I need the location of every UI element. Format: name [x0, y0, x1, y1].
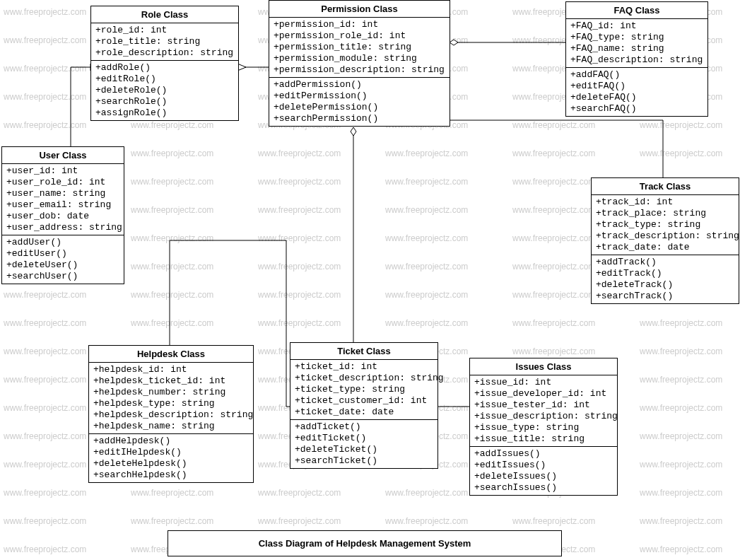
- class-helpdesk-title: Helpdesk Class: [89, 346, 253, 363]
- watermark-text: www.freeprojectz.com: [512, 516, 595, 526]
- watermark-text: www.freeprojectz.com: [385, 262, 468, 272]
- watermark-text: www.freeprojectz.com: [131, 148, 213, 158]
- class-user-title: User Class: [2, 147, 124, 164]
- watermark-text: www.freeprojectz.com: [385, 318, 468, 328]
- class-ticket-attrs: +ticket_id: int +ticket_description: str…: [290, 360, 437, 420]
- class-faq-methods: +addFAQ() +editFAQ() +deleteFAQ() +searc…: [566, 68, 707, 116]
- class-helpdesk-methods: +addHelpdesk() +editIHelpdesk() +deleteH…: [89, 434, 253, 482]
- watermark-text: www.freeprojectz.com: [512, 290, 595, 300]
- class-faq-title: FAQ Class: [566, 2, 707, 19]
- class-permission-title: Permission Class: [269, 1, 450, 18]
- watermark-text: www.freeprojectz.com: [4, 544, 86, 554]
- class-track: Track Class +track_id: int +track_place:…: [591, 177, 739, 304]
- watermark-text: www.freeprojectz.com: [640, 375, 722, 385]
- watermark-text: www.freeprojectz.com: [4, 516, 86, 526]
- class-role-title: Role Class: [91, 6, 238, 23]
- watermark-text: www.freeprojectz.com: [4, 318, 86, 328]
- watermark-text: www.freeprojectz.com: [4, 120, 86, 130]
- watermark-text: www.freeprojectz.com: [131, 205, 213, 215]
- watermark-text: www.freeprojectz.com: [131, 318, 213, 328]
- watermark-text: www.freeprojectz.com: [640, 460, 722, 469]
- watermark-text: www.freeprojectz.com: [640, 346, 722, 356]
- class-issues: Issues Class +issue_id: int +issue_devel…: [469, 358, 618, 496]
- watermark-text: www.freeprojectz.com: [4, 431, 86, 441]
- watermark-text: www.freeprojectz.com: [258, 205, 341, 215]
- watermark-text: www.freeprojectz.com: [385, 290, 468, 300]
- class-issues-methods: +addIssues() +editIssues() +deleteIssues…: [470, 447, 617, 495]
- watermark-text: www.freeprojectz.com: [4, 35, 86, 45]
- class-permission-methods: +addPermission() +editPermission() +dele…: [269, 78, 450, 126]
- class-helpdesk: Helpdesk Class +helpdesk_id: int +helpde…: [88, 345, 254, 483]
- class-permission-attrs: +permission_id: int +permission_role_id:…: [269, 18, 450, 78]
- watermark-text: www.freeprojectz.com: [131, 488, 213, 498]
- class-issues-attrs: +issue_id: int +issue_developer_id: int …: [470, 375, 617, 447]
- watermark-text: www.freeprojectz.com: [4, 346, 86, 356]
- class-user-methods: +addUser() +editUser() +deleteUser() +se…: [2, 235, 124, 284]
- watermark-text: www.freeprojectz.com: [512, 262, 595, 272]
- watermark-text: www.freeprojectz.com: [131, 516, 213, 526]
- watermark-text: www.freeprojectz.com: [258, 177, 341, 187]
- watermark-text: www.freeprojectz.com: [4, 64, 86, 74]
- diagram-title: Class Diagram of Helpdesk Management Sys…: [168, 530, 562, 556]
- watermark-text: www.freeprojectz.com: [640, 488, 722, 498]
- watermark-text: www.freeprojectz.com: [131, 262, 213, 272]
- watermark-text: www.freeprojectz.com: [640, 120, 722, 130]
- watermark-text: www.freeprojectz.com: [258, 488, 341, 498]
- watermark-text: www.freeprojectz.com: [385, 177, 468, 187]
- watermark-text: www.freeprojectz.com: [4, 7, 86, 17]
- class-helpdesk-attrs: +helpdesk_id: int +helpdesk_ticket_id: i…: [89, 363, 253, 434]
- watermark-text: www.freeprojectz.com: [640, 516, 722, 526]
- watermark-text: www.freeprojectz.com: [4, 488, 86, 498]
- watermark-text: www.freeprojectz.com: [385, 148, 468, 158]
- watermark-text: www.freeprojectz.com: [385, 516, 468, 526]
- watermark-text: www.freeprojectz.com: [258, 233, 341, 243]
- watermark-text: www.freeprojectz.com: [512, 318, 595, 328]
- watermark-text: www.freeprojectz.com: [385, 488, 468, 498]
- watermark-text: www.freeprojectz.com: [258, 318, 341, 328]
- class-role-methods: +addRole() +editRole() +deleteRole() +se…: [91, 61, 238, 120]
- watermark-text: www.freeprojectz.com: [4, 290, 86, 300]
- watermark-text: www.freeprojectz.com: [512, 148, 595, 158]
- watermark-text: www.freeprojectz.com: [512, 346, 595, 356]
- watermark-text: www.freeprojectz.com: [4, 403, 86, 413]
- watermark-text: www.freeprojectz.com: [512, 205, 595, 215]
- watermark-text: www.freeprojectz.com: [258, 516, 341, 526]
- watermark-text: www.freeprojectz.com: [258, 148, 341, 158]
- watermark-text: www.freeprojectz.com: [640, 148, 722, 158]
- class-ticket: Ticket Class +ticket_id: int +ticket_des…: [290, 342, 438, 469]
- class-ticket-methods: +addTicket() +editTicket() +deleteTicket…: [290, 420, 437, 468]
- watermark-text: www.freeprojectz.com: [4, 92, 86, 102]
- watermark-text: www.freeprojectz.com: [512, 120, 595, 130]
- watermark-text: www.freeprojectz.com: [258, 290, 341, 300]
- watermark-text: www.freeprojectz.com: [131, 233, 213, 243]
- watermark-text: www.freeprojectz.com: [512, 233, 595, 243]
- watermark-text: www.freeprojectz.com: [640, 403, 722, 413]
- watermark-text: www.freeprojectz.com: [640, 318, 722, 328]
- watermark-text: www.freeprojectz.com: [131, 120, 213, 130]
- class-role-attrs: +role_id: int +role_title: string +role_…: [91, 23, 238, 61]
- watermark-text: www.freeprojectz.com: [385, 233, 468, 243]
- class-faq-attrs: +FAQ_id: int +FAQ_type: string +FAQ_name…: [566, 19, 707, 68]
- class-faq: FAQ Class +FAQ_id: int +FAQ_type: string…: [565, 1, 708, 117]
- watermark-text: www.freeprojectz.com: [385, 205, 468, 215]
- watermark-text: www.freeprojectz.com: [131, 177, 213, 187]
- watermark-text: www.freeprojectz.com: [640, 544, 722, 554]
- watermark-text: www.freeprojectz.com: [4, 375, 86, 385]
- class-permission: Permission Class +permission_id: int +pe…: [269, 0, 450, 127]
- watermark-text: www.freeprojectz.com: [640, 431, 722, 441]
- class-track-title: Track Class: [592, 178, 739, 195]
- class-ticket-title: Ticket Class: [290, 343, 437, 360]
- class-track-methods: +addTrack() +editTrack() +deleteTrack() …: [592, 255, 739, 303]
- class-user: User Class +user_id: int +user_role_id: …: [1, 146, 124, 284]
- class-track-attrs: +track_id: int +track_place: string +tra…: [592, 195, 739, 255]
- watermark-text: www.freeprojectz.com: [258, 262, 341, 272]
- class-user-attrs: +user_id: int +user_role_id: int +user_n…: [2, 164, 124, 235]
- class-role: Role Class +role_id: int +role_title: st…: [90, 6, 239, 121]
- class-issues-title: Issues Class: [470, 358, 617, 375]
- watermark-text: www.freeprojectz.com: [4, 460, 86, 469]
- watermark-text: www.freeprojectz.com: [512, 177, 595, 187]
- watermark-text: www.freeprojectz.com: [131, 290, 213, 300]
